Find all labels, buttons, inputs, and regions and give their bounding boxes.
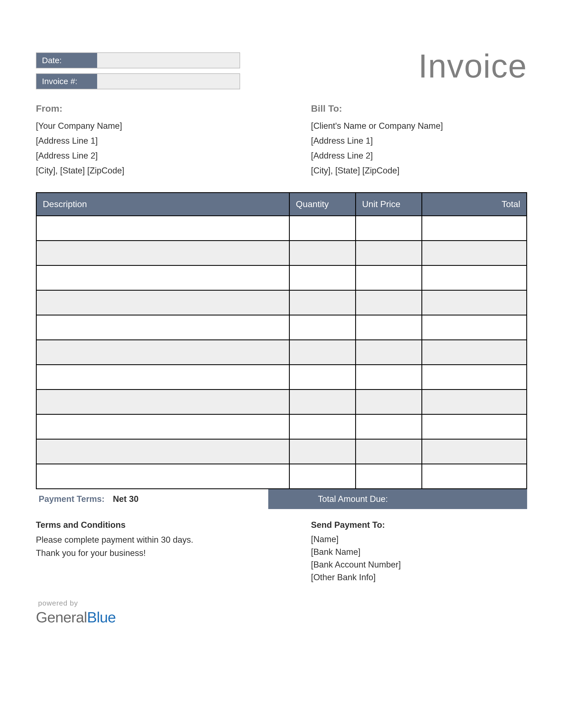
logo-general: General (36, 609, 87, 625)
table-row[interactable] (36, 464, 527, 489)
send-to-line: [Other Bank Info] (311, 572, 527, 582)
invoice-number-field: Invoice #: (36, 73, 240, 89)
bill-to-heading: Bill To: (311, 103, 527, 114)
terms-heading: Terms and Conditions (36, 520, 271, 530)
col-total: Total (422, 193, 527, 216)
table-row[interactable] (36, 439, 527, 464)
table-row[interactable] (36, 390, 527, 414)
send-to-heading: Send Payment To: (311, 520, 527, 530)
col-unit-price: Unit Price (356, 193, 422, 216)
terms-and-conditions: Terms and Conditions Please complete pay… (36, 520, 271, 582)
from-line: [Address Line 2] (36, 151, 271, 161)
send-to-line: [Bank Account Number] (311, 560, 527, 570)
table-row[interactable] (36, 315, 527, 340)
from-line: [City], [State] [ZipCode] (36, 166, 271, 176)
logo-blue: Blue (87, 609, 116, 625)
line-items-table: Description Quantity Unit Price Total (36, 192, 527, 489)
payment-terms: Payment Terms: Net 30 (36, 489, 268, 509)
date-input[interactable] (97, 53, 239, 68)
col-quantity: Quantity (290, 193, 356, 216)
from-line: [Address Line 1] (36, 136, 271, 146)
from-heading: From: (36, 103, 271, 114)
col-description: Description (36, 193, 290, 216)
bill-to-line: [Client's Name or Company Name] (311, 121, 527, 131)
terms-line: Thank you for your business! (36, 548, 271, 558)
bill-to-address-block: Bill To: [Client's Name or Company Name]… (311, 103, 527, 176)
table-row[interactable] (36, 365, 527, 390)
bill-to-line: [Address Line 1] (311, 136, 527, 146)
invoice-number-input[interactable] (97, 74, 239, 89)
date-label: Date: (36, 53, 97, 68)
invoice-number-label: Invoice #: (36, 74, 97, 89)
total-amount-due: Total Amount Due: (268, 489, 527, 509)
bill-to-line: [City], [State] [ZipCode] (311, 166, 527, 176)
terms-line: Please complete payment within 30 days. (36, 535, 271, 545)
from-address-block: From: [Your Company Name] [Address Line … (36, 103, 271, 176)
send-payment-to: Send Payment To: [Name] [Bank Name] [Ban… (311, 520, 527, 582)
from-line: [Your Company Name] (36, 121, 271, 131)
generalblue-logo: GeneralBlue (36, 609, 527, 626)
table-row[interactable] (36, 414, 527, 439)
document-title: Invoice (418, 47, 527, 85)
send-to-line: [Name] (311, 534, 527, 544)
payment-terms-value: Net 30 (113, 494, 138, 504)
table-row[interactable] (36, 340, 527, 365)
table-row[interactable] (36, 266, 527, 290)
table-row[interactable] (36, 241, 527, 266)
date-field: Date: (36, 52, 240, 68)
powered-by-logo: powered by GeneralBlue (36, 599, 527, 626)
send-to-line: [Bank Name] (311, 547, 527, 557)
table-row[interactable] (36, 216, 527, 241)
payment-terms-label: Payment Terms: (39, 494, 105, 504)
powered-by-label: powered by (38, 599, 527, 607)
bill-to-line: [Address Line 2] (311, 151, 527, 161)
total-amount-due-label: Total Amount Due: (318, 494, 388, 504)
table-row[interactable] (36, 290, 527, 315)
